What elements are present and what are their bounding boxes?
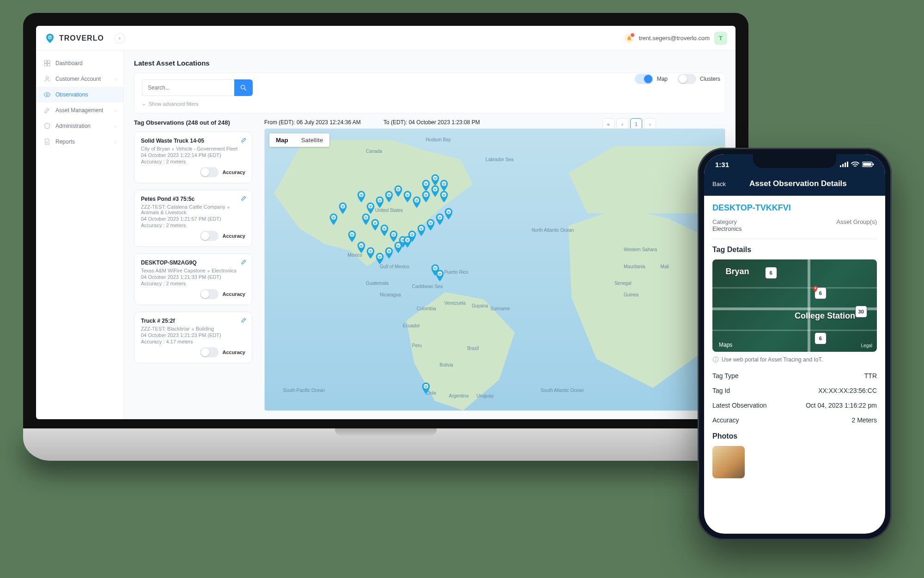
accuracy-toggle[interactable] bbox=[200, 231, 219, 241]
user-email[interactable]: trent.segers@troverlo.com bbox=[639, 35, 710, 42]
map-pin-icon[interactable] bbox=[375, 196, 384, 208]
map-label: North Atlantic Ocean bbox=[532, 228, 569, 233]
map-pin-icon[interactable] bbox=[431, 174, 440, 186]
map-pin-icon[interactable] bbox=[439, 180, 449, 192]
map-pin-icon[interactable] bbox=[384, 247, 394, 259]
map-pin-icon[interactable] bbox=[329, 213, 338, 225]
app-window: TROVERLO ‹ trent.segers@troverlo.com T D… bbox=[36, 26, 736, 419]
map-pin-icon[interactable] bbox=[371, 219, 380, 231]
map-pin-icon[interactable] bbox=[412, 196, 421, 208]
svg-point-33 bbox=[382, 226, 387, 231]
clusters-toggle[interactable] bbox=[678, 74, 696, 84]
sidebar-item-label: Customer Account bbox=[55, 76, 101, 82]
mini-map[interactable]: Bryan College Station 6 6 30 6 Maps Lega… bbox=[712, 259, 877, 352]
map-pin-icon[interactable] bbox=[366, 202, 375, 214]
map-label: South Atlantic Ocean bbox=[541, 388, 578, 393]
edit-icon[interactable] bbox=[241, 317, 247, 324]
map-pin-icon[interactable] bbox=[366, 247, 375, 259]
phone-screen-title: Asset Observation Details bbox=[735, 179, 861, 188]
brand[interactable]: TROVERLO ‹ bbox=[44, 33, 125, 44]
detail-key: Tag Type bbox=[712, 372, 739, 379]
svg-point-35 bbox=[391, 232, 396, 236]
edit-icon[interactable] bbox=[241, 195, 247, 202]
user-avatar[interactable]: T bbox=[714, 32, 727, 45]
phone-body[interactable]: DESKTOP-TVKKFVI Category Electronics Ass… bbox=[704, 196, 885, 534]
map-pin-icon[interactable] bbox=[421, 180, 431, 192]
accuracy-label: Accuracy bbox=[222, 169, 245, 175]
observation-card[interactable]: Petes Pond #3 75:5cZZZ-TEST: Catalena Ca… bbox=[134, 190, 252, 247]
map-label: Senegal bbox=[614, 281, 632, 286]
accuracy-toggle[interactable] bbox=[200, 289, 219, 299]
map-toggle[interactable] bbox=[635, 74, 653, 84]
map-pin-icon[interactable] bbox=[426, 219, 435, 231]
search-input[interactable] bbox=[142, 79, 234, 96]
advanced-filters-toggle[interactable]: ⌄ Show advanced filters bbox=[142, 101, 717, 107]
svg-point-21 bbox=[414, 198, 419, 203]
search-button[interactable] bbox=[234, 79, 253, 96]
map-pin-icon[interactable] bbox=[380, 224, 389, 236]
svg-point-72 bbox=[334, 218, 334, 219]
map-pin-icon[interactable] bbox=[347, 230, 357, 242]
map-pin-icon[interactable] bbox=[435, 213, 444, 225]
svg-point-75 bbox=[424, 384, 428, 389]
map-pin-icon[interactable] bbox=[403, 236, 412, 248]
map-toggle-label: Map bbox=[657, 76, 668, 82]
observation-accuracy: Accuracy : 4.17 meters bbox=[141, 339, 245, 344]
sidebar-item-observations[interactable]: Observations bbox=[36, 87, 123, 102]
accuracy-toggle[interactable] bbox=[200, 167, 219, 177]
photo-thumbnail[interactable] bbox=[712, 446, 745, 478]
map-pin-icon[interactable] bbox=[444, 208, 453, 220]
observation-card[interactable]: Solid Waste Truck 14-05City of BryanVehi… bbox=[134, 132, 252, 183]
map-label: Peru bbox=[412, 343, 422, 348]
back-button[interactable]: Back bbox=[712, 181, 726, 187]
map-pin-icon[interactable] bbox=[394, 185, 403, 197]
map-pin-icon[interactable] bbox=[394, 241, 403, 253]
observation-list[interactable]: Solid Waste Truck 14-05City of BryanVehi… bbox=[134, 132, 254, 411]
svg-point-54 bbox=[370, 252, 371, 253]
map-pin-icon[interactable] bbox=[375, 253, 384, 265]
map-pin-icon[interactable] bbox=[439, 191, 449, 203]
chevron-right-icon: › bbox=[115, 124, 116, 129]
map-pin-icon[interactable] bbox=[338, 202, 347, 214]
map-label: Western Sahara bbox=[624, 247, 657, 252]
document-icon bbox=[43, 138, 51, 145]
date-range: From (EDT): 06 July 2023 12:24:36 AM To … bbox=[264, 119, 725, 126]
svg-rect-81 bbox=[845, 163, 846, 167]
map-pin-icon[interactable] bbox=[357, 191, 366, 203]
observation-card[interactable]: Truck # 25:2fZZZ-TEST: BlackbriarBuildin… bbox=[134, 312, 252, 363]
sidebar-item-customer-account[interactable]: Customer Account › bbox=[36, 71, 123, 87]
edit-icon[interactable] bbox=[241, 137, 247, 144]
map-pin-icon[interactable] bbox=[421, 382, 431, 394]
map-pin-icon[interactable] bbox=[421, 191, 431, 203]
map-pin-icon[interactable] bbox=[384, 191, 394, 203]
map-tab-satellite[interactable]: Satellite bbox=[295, 133, 329, 147]
map-pin-icon[interactable] bbox=[435, 270, 444, 282]
section-photos: Photos bbox=[712, 432, 877, 440]
map-label: Caribbean Sea bbox=[412, 284, 443, 289]
sidebar-item-asset-management[interactable]: Asset Management › bbox=[36, 102, 123, 118]
detail-row: Tag IdXX:XX:XX:23:56:CC bbox=[712, 383, 877, 398]
svg-point-59 bbox=[396, 243, 401, 248]
accuracy-toggle[interactable] bbox=[200, 347, 219, 357]
map-pin-icon[interactable] bbox=[389, 230, 398, 242]
svg-point-71 bbox=[331, 215, 336, 220]
observation-title: Solid Waste Truck 14-05 bbox=[141, 138, 245, 144]
sidebar-collapse-button[interactable]: ‹ bbox=[114, 33, 125, 44]
map-pin-icon[interactable] bbox=[403, 191, 412, 203]
map-pin-icon[interactable] bbox=[361, 213, 371, 225]
observation-card[interactable]: DESKTOP-SM2AG9QTexas A&M WiFire Capstone… bbox=[134, 253, 252, 305]
map-tab-map[interactable]: Map bbox=[269, 133, 295, 147]
svg-point-1 bbox=[49, 38, 50, 39]
map[interactable]: Map Satellite Canada United States Mexic… bbox=[264, 128, 725, 411]
notification-bell-icon[interactable] bbox=[624, 33, 634, 43]
map-pin-icon[interactable] bbox=[417, 224, 426, 236]
edit-icon[interactable] bbox=[241, 259, 247, 266]
map-legal-link[interactable]: Legal bbox=[861, 343, 872, 348]
map-pin-icon[interactable] bbox=[431, 185, 440, 197]
sidebar-item-administration[interactable]: Administration › bbox=[36, 118, 123, 134]
map-pin-icon[interactable] bbox=[357, 241, 366, 253]
sidebar-item-reports[interactable]: Reports › bbox=[36, 134, 123, 150]
accuracy-label: Accuracy bbox=[222, 233, 245, 239]
svg-point-12 bbox=[370, 207, 371, 208]
sidebar-item-dashboard[interactable]: Dashboard bbox=[36, 55, 123, 71]
